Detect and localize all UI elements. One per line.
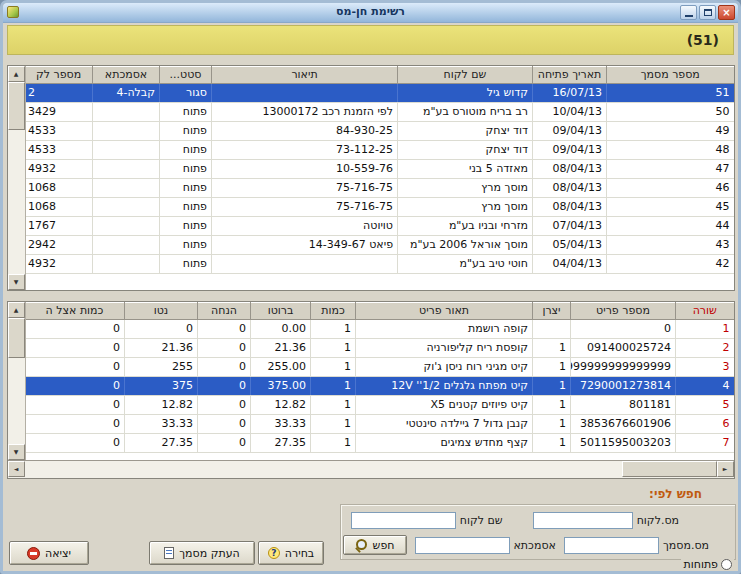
grid-cell[interactable]: 0 xyxy=(198,338,251,357)
grid-cell[interactable]: מוסך מרץ xyxy=(398,178,533,197)
grid-cell[interactable]: 08/04/13 xyxy=(533,197,607,216)
table-row[interactable]: 4508/04/13מוסך מרץ75-716-75פתוח1068 xyxy=(26,197,734,216)
title-bar[interactable]: רשימת חן-מס × xyxy=(3,3,738,23)
grid-cell[interactable]: 09/04/13 xyxy=(533,121,607,140)
grid-cell[interactable]: 1 xyxy=(676,319,734,338)
scroll-down-icon[interactable]: ▼ xyxy=(8,444,25,460)
grid-cell[interactable]: 255.00 xyxy=(251,357,311,376)
choose-button[interactable]: בחירה ? xyxy=(258,541,324,565)
table-row[interactable]: 4708/04/13מאזדה 5 בני10-559-76פתוח4932 xyxy=(26,159,734,178)
table-row[interactable]: 10קופה רושמת10.00000 xyxy=(26,319,734,338)
maximize-button[interactable] xyxy=(699,5,716,20)
grid-cell[interactable]: 0 xyxy=(26,357,125,376)
scrollbar-track[interactable] xyxy=(8,358,25,444)
search-button[interactable]: חפש xyxy=(343,535,407,555)
grid-cell[interactable] xyxy=(93,197,160,216)
column-header[interactable]: שם לקוח xyxy=(398,66,533,83)
grid-cell[interactable]: 3 xyxy=(676,357,734,376)
grid-cell[interactable]: 5011595003203 xyxy=(571,433,676,452)
grid-cell[interactable]: 0.00 xyxy=(251,319,311,338)
grid-cell[interactable]: פתוח xyxy=(160,121,212,140)
grid-cell[interactable]: 21.36 xyxy=(125,338,198,357)
grid-cell[interactable]: סגור xyxy=(160,83,212,102)
grid-cell[interactable]: 12.82 xyxy=(251,395,311,414)
grid-cell[interactable]: 4932 xyxy=(26,159,93,178)
grid-cell[interactable]: 0 xyxy=(125,319,198,338)
grid-cell[interactable]: 07/04/13 xyxy=(533,216,607,235)
column-header[interactable]: סטט... xyxy=(160,66,212,83)
scroll-left-icon[interactable]: ◄ xyxy=(8,461,25,477)
grid-cell[interactable] xyxy=(93,102,160,121)
grid-cell[interactable]: 4 xyxy=(676,376,734,395)
grid-cell[interactable]: 0 xyxy=(198,376,251,395)
grid-cell[interactable]: 50 xyxy=(607,102,734,121)
grid-cell[interactable]: 375 xyxy=(125,376,198,395)
grid-cell[interactable]: 0 xyxy=(198,433,251,452)
column-header[interactable]: הנחה xyxy=(198,302,251,319)
grid-cell[interactable]: 1 xyxy=(311,376,356,395)
grid-cell[interactable]: 375.00 xyxy=(251,376,311,395)
grid-cell[interactable]: 1767 xyxy=(26,216,93,235)
grid-cell[interactable]: 4533 xyxy=(26,140,93,159)
grid-cell[interactable]: 10-559-76 xyxy=(212,159,398,178)
grid-cell[interactable]: 2 xyxy=(676,338,734,357)
grid-cell[interactable] xyxy=(212,83,398,102)
grid-cell[interactable]: פתוח xyxy=(160,140,212,159)
grid-cell[interactable]: פתוח xyxy=(160,197,212,216)
grid-cell[interactable]: חוטי טיב בע"מ xyxy=(398,254,533,273)
table-row[interactable]: 4305/04/13מוסך אוראל 2006 בע"מפיאט 14-34… xyxy=(26,235,734,254)
column-header[interactable]: אסמכתא xyxy=(93,66,160,83)
scroll-up-icon[interactable]: ▲ xyxy=(8,66,25,82)
grid-cell[interactable]: קיט פיוזים קטנים X5 xyxy=(356,395,533,414)
table-row[interactable]: 4608/04/13מוסך מרץ75-716-75פתוח1068 xyxy=(26,178,734,197)
items-vertical-scrollbar[interactable]: ▲ ▼ xyxy=(8,302,26,460)
column-header[interactable]: תאריך פתיחה xyxy=(533,66,607,83)
grid-cell[interactable]: קופה רושמת xyxy=(356,319,533,338)
column-header[interactable]: שורה xyxy=(676,302,734,319)
column-header[interactable]: מספר מסמך xyxy=(607,66,734,83)
grid-cell[interactable]: 46 xyxy=(607,178,734,197)
grid-cell[interactable]: 255 xyxy=(125,357,198,376)
column-header[interactable]: יצרן xyxy=(533,302,571,319)
grid-cell[interactable]: פתוח xyxy=(160,254,212,273)
grid-cell[interactable]: 1 xyxy=(533,414,571,433)
grid-cell[interactable]: 6 xyxy=(676,414,734,433)
customer-name-input[interactable] xyxy=(351,512,456,529)
grid-cell[interactable] xyxy=(93,178,160,197)
scroll-up-icon[interactable]: ▲ xyxy=(8,302,25,318)
grid-cell[interactable]: 44 xyxy=(607,216,734,235)
reference-input[interactable] xyxy=(415,537,510,554)
open-filter-radio[interactable] xyxy=(721,559,732,570)
table-row[interactable]: 4909/04/13דוד יצחק84-930-25פתוח4533 xyxy=(26,121,734,140)
grid-cell[interactable] xyxy=(93,121,160,140)
grid-cell[interactable]: 47 xyxy=(607,159,734,178)
table-row[interactable]: 4809/04/13דוד יצחק73-112-25פתוח4533 xyxy=(26,140,734,159)
documents-vertical-scrollbar[interactable]: ▲ ▼ xyxy=(8,66,26,290)
grid-cell[interactable]: 1 xyxy=(533,338,571,357)
grid-cell[interactable]: 4533 xyxy=(26,121,93,140)
grid-cell[interactable]: 16/07/13 xyxy=(533,83,607,102)
table-row[interactable]: 39999999999999991קיט מגיני רוח ניסן ג'וק… xyxy=(26,357,734,376)
grid-cell[interactable]: 10/04/13 xyxy=(533,102,607,121)
grid-cell[interactable]: דוד יצחק xyxy=(398,121,533,140)
minimize-button[interactable] xyxy=(680,5,697,20)
column-header[interactable]: ברוטו xyxy=(251,302,311,319)
grid-cell[interactable]: 0 xyxy=(198,395,251,414)
grid-cell[interactable]: 04/04/13 xyxy=(533,254,607,273)
grid-cell[interactable]: קיט מגיני רוח ניסן ג'וק xyxy=(356,357,533,376)
grid-cell[interactable]: 0 xyxy=(26,319,125,338)
grid-cell[interactable]: 43 xyxy=(607,235,734,254)
grid-cell[interactable]: 0 xyxy=(571,319,676,338)
grid-cell[interactable]: 1 xyxy=(311,357,356,376)
column-header[interactable]: נטו xyxy=(125,302,198,319)
grid-cell[interactable]: 09/04/13 xyxy=(533,140,607,159)
grid-cell[interactable]: מזרחי ובניו בע"מ xyxy=(398,216,533,235)
scroll-right-icon[interactable]: ► xyxy=(717,461,734,477)
grid-cell[interactable]: מאזדה 5 בני xyxy=(398,159,533,178)
table-row[interactable]: 472900012738141קיט מפתח גלגלים 1/2'' 12V… xyxy=(26,376,734,395)
grid-cell[interactable]: פתוח xyxy=(160,159,212,178)
table-row[interactable]: 750115950032031קצף מחדש צמיגים127.35027.… xyxy=(26,433,734,452)
grid-cell[interactable]: 4932 xyxy=(26,254,93,273)
grid-cell[interactable]: קצף מחדש צמיגים xyxy=(356,433,533,452)
grid-cell[interactable] xyxy=(93,159,160,178)
